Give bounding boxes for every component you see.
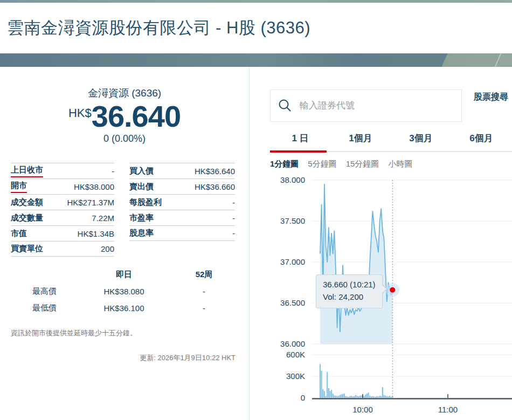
tab-hour-chart[interactable]: 小時圖: [388, 159, 412, 169]
stat-label: 賣出價: [129, 182, 154, 192]
svg-text:37.500: 37.500: [280, 216, 305, 225]
stat-value: -: [232, 229, 235, 238]
tab-1-minute-chart[interactable]: 1分鐘圖: [270, 159, 299, 169]
range-52w-value: -: [170, 300, 238, 316]
search-icon[interactable]: [278, 99, 292, 113]
stat-value: HK$36.660: [195, 182, 235, 191]
stat-label: 市值: [11, 229, 27, 239]
stat-value: HK$36.640: [195, 167, 235, 176]
app: 雲南金潯資源股份有限公司 - H股 (3636) 金潯資源 (3636) HK$…: [0, 0, 512, 420]
range-col-52w-header: 52周: [170, 266, 238, 283]
active-tab-indicator: [270, 150, 327, 153]
svg-text:36.000: 36.000: [280, 339, 305, 348]
svg-text:0: 0: [301, 393, 305, 402]
header-facet: [471, 53, 501, 67]
stat-label: 股息率: [129, 228, 154, 238]
quote-panel: 金潯資源 (3636) HK$ 36.640 0 (0.00%) 上日收市-開市…: [0, 67, 249, 420]
svg-text:300K: 300K: [286, 371, 305, 381]
tab-1-day[interactable]: 1 日: [270, 132, 330, 144]
stat-value: HK$271.37M: [67, 198, 114, 207]
stats-left-column: 上日收市-開市HK$38.000成交金額HK$271.37M成交數量7.22M市…: [11, 163, 114, 257]
period-tabs: 1 日 1個月 3個月 6個月: [270, 132, 512, 152]
svg-text:38.000: 38.000: [280, 175, 305, 184]
svg-text:36.500: 36.500: [280, 298, 305, 307]
tooltip-volume-line: Vol: 24,200: [323, 291, 376, 303]
delay-note: 資訊於開市後提供並延時最少十五分鐘。: [11, 328, 238, 338]
price-value: 36.640: [92, 101, 181, 132]
stat-label: 每股盈利: [129, 197, 162, 208]
header-facet: [393, 53, 447, 67]
range-table: 即日 52周 最高價HK$38.080-最低價HK$36.100-: [11, 266, 238, 316]
stats-table: 上日收市-開市HK$38.000成交金額HK$271.37M成交數量7.22M市…: [11, 163, 238, 257]
search-input[interactable]: [300, 100, 454, 111]
stat-value: 7.22M: [92, 214, 114, 223]
stock-name: 金潯資源 (3636): [11, 86, 238, 100]
stat-row: 開市HK$38.000: [11, 178, 114, 194]
tab-15-minute-chart[interactable]: 15分鐘圖: [346, 159, 379, 169]
chart-tooltip: 36.660 (10:21) Vol: 24,200: [316, 274, 383, 308]
range-corner: [11, 266, 78, 283]
price-change: 0 (0.00%): [11, 133, 238, 144]
range-52w-value: -: [170, 283, 238, 300]
range-row-label: 最高價: [11, 283, 78, 300]
stat-label: 買入價: [129, 166, 154, 176]
range-day-value: HK$38.080: [78, 283, 170, 300]
stat-value: -: [232, 214, 235, 223]
page-title: 雲南金潯資源股份有限公司 - H股 (3636): [7, 17, 310, 39]
tab-3-month[interactable]: 3個月: [391, 132, 451, 144]
range-row-label: 最低價: [11, 300, 78, 316]
intraday-chart[interactable]: 38.00037.50037.00036.50036.000600K300K01…: [250, 175, 512, 420]
svg-text:37.000: 37.000: [280, 257, 305, 266]
stats-right-column: 買入價HK$36.640賣出價HK$36.660每股盈利-市盈率-股息率-: [129, 163, 235, 241]
stat-row: 股息率-: [129, 225, 235, 241]
stat-value: HK$38.000: [74, 182, 114, 191]
tooltip-price-line: 36.660 (10:21): [323, 278, 376, 291]
tab-1-month[interactable]: 1個月: [330, 132, 391, 144]
updated-timestamp: 更新: 2026年1月9日10:22 HKT: [11, 353, 238, 363]
stat-row: 上日收市-: [11, 163, 114, 178]
stat-label: 成交金額: [11, 197, 43, 208]
svg-text:11:00: 11:00: [438, 405, 458, 414]
stat-value: 200: [101, 244, 114, 253]
stat-label: 市盈率: [129, 213, 154, 223]
stat-row: 成交金額HK$271.37M: [11, 194, 114, 210]
svg-text:600K: 600K: [286, 350, 305, 359]
stat-row: 成交數量7.22M: [11, 210, 114, 225]
price-row: HK$ 36.640: [11, 101, 238, 132]
stock-search-link[interactable]: 股票搜尋: [474, 92, 512, 103]
search-row: 股票搜尋: [270, 89, 512, 122]
stat-label: 成交數量: [11, 213, 43, 223]
range-day-value: HK$36.100: [78, 300, 170, 316]
search-box[interactable]: [270, 89, 462, 122]
stat-row: 市值HK$1.34B: [11, 225, 114, 241]
tab-5-minute-chart[interactable]: 5分鐘圖: [308, 159, 336, 169]
chart-panel: 股票搜尋 1 日 1個月 3個月 6個月 1分鐘圖 5分鐘圖 15分鐘圖 小時圖…: [249, 67, 512, 420]
stat-label: 買賣單位: [11, 244, 43, 254]
stat-row: 賣出價HK$36.660: [129, 178, 235, 194]
stat-label[interactable]: 開市: [11, 181, 27, 193]
stat-value: -: [112, 167, 114, 176]
stat-value: -: [232, 198, 235, 207]
stat-value: HK$1.34B: [78, 229, 114, 238]
stat-row: 市盈率-: [129, 210, 235, 225]
stat-row: 買賣單位200: [11, 241, 114, 257]
svg-text:10:00: 10:00: [352, 405, 373, 414]
stat-row: 買入價HK$36.640: [129, 163, 235, 178]
tab-6-month[interactable]: 6個月: [451, 132, 511, 144]
page-header: 雲南金潯資源股份有限公司 - H股 (3636): [0, 3, 512, 53]
stat-row: 每股盈利-: [129, 194, 235, 210]
main-content: 金潯資源 (3636) HK$ 36.640 0 (0.00%) 上日收市-開市…: [0, 67, 512, 420]
price-currency: HK$: [68, 106, 92, 120]
interval-tabs: 1分鐘圖 5分鐘圖 15分鐘圖 小時圖: [270, 159, 512, 169]
stat-label[interactable]: 上日收市: [11, 165, 43, 177]
header-decorative-band: [0, 53, 512, 67]
range-col-day-header: 即日: [78, 266, 170, 283]
